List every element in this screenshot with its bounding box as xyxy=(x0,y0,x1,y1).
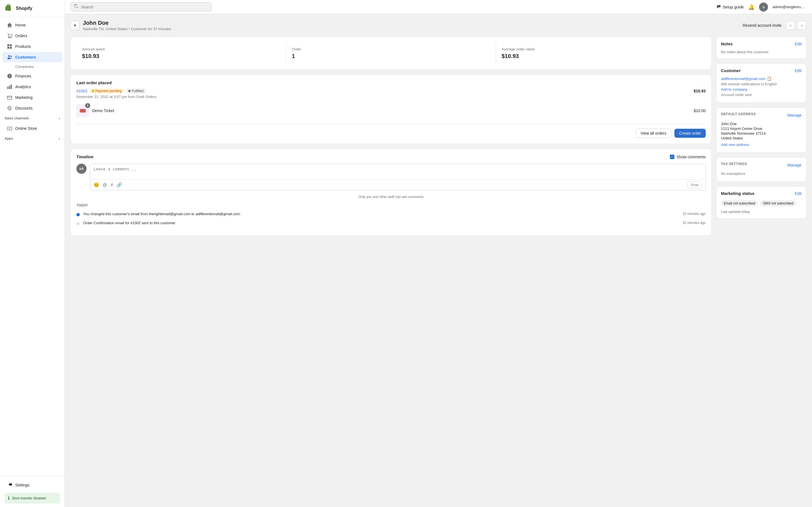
order-actions: View all orders Create order xyxy=(77,124,706,138)
avatar-initials: a xyxy=(762,5,764,9)
next-customer-button[interactable]: › xyxy=(797,21,806,30)
comment-input[interactable] xyxy=(90,164,705,179)
content-grid: Amount spent $10.93 Order 1 Average orde… xyxy=(70,37,806,240)
notes-title: Notes xyxy=(721,41,733,46)
timeline-header: Timeline ✓ Show comments xyxy=(77,154,706,159)
account-invite-status: Account invite sent xyxy=(721,93,802,97)
search-bar[interactable] xyxy=(70,2,211,11)
shopify-name: Shopify xyxy=(16,6,33,11)
sales-channels-label: Sales channels › xyxy=(0,114,64,123)
post-comment-button[interactable]: Post xyxy=(688,181,702,188)
customer-edit-button[interactable]: Edit xyxy=(795,68,802,73)
sidebar-item-customers[interactable]: Customers xyxy=(2,52,62,62)
hashtag-icon[interactable]: # xyxy=(110,182,113,187)
marketing-title: Marketing status xyxy=(721,191,755,196)
copy-email-icon[interactable]: 📋 xyxy=(767,76,772,81)
show-comments-toggle[interactable]: ✓ Show comments xyxy=(670,155,706,159)
payment-pending-badge: Payment pending xyxy=(90,89,124,94)
last-order-title: Last order placed xyxy=(77,80,706,85)
address-manage-button[interactable]: Manage xyxy=(787,113,802,117)
svg-point-4 xyxy=(8,55,10,57)
sidebar-item-home[interactable]: Home xyxy=(2,20,62,30)
customers-icon xyxy=(7,54,12,60)
sidebar-item-settings[interactable]: Settings xyxy=(4,480,60,490)
product-name: Demo Ticket xyxy=(92,108,114,113)
marketing-edit-button[interactable]: Edit xyxy=(795,191,802,196)
notes-empty-text: No notes about this customer xyxy=(721,50,769,54)
search-input[interactable] xyxy=(81,5,208,9)
add-new-address-link[interactable]: Add new address xyxy=(721,143,802,147)
tax-manage-button[interactable]: Manage xyxy=(787,163,802,167)
store-transfer-banner[interactable]: ℹ Store transfer disabled xyxy=(4,493,60,504)
finances-icon xyxy=(7,73,12,79)
resend-account-invite-button[interactable]: Resend account invite xyxy=(743,23,781,27)
avatar[interactable]: a xyxy=(759,3,768,11)
create-order-button[interactable]: Create order xyxy=(674,129,706,138)
customer-card-header: Customer Edit xyxy=(721,68,802,73)
comment-box[interactable]: 😊 @ # 🔗 Post xyxy=(90,164,706,190)
home-icon xyxy=(7,22,12,28)
tax-card-header: TAX SETTINGS Manage xyxy=(721,162,802,168)
notification-bell-icon[interactable]: 🔔 xyxy=(748,4,755,10)
sidebar-item-companies[interactable]: Companies xyxy=(2,63,62,70)
sidebar-item-home-label: Home xyxy=(15,23,26,27)
stats-card: Amount spent $10.93 Order 1 Average orde… xyxy=(70,37,712,70)
sidebar-item-finances[interactable]: Finances xyxy=(2,71,62,81)
topbar: 🏴 Setup guide 🔔 a admin@singlemusic.c... xyxy=(65,0,812,14)
order-amount: $10.93 xyxy=(694,89,706,93)
comment-toolbar: 😊 @ # 🔗 Post xyxy=(90,179,705,190)
setup-guide-btn[interactable]: 🏴 Setup guide xyxy=(716,5,744,9)
sidebar-item-products[interactable]: Products xyxy=(2,41,62,52)
customer-email-link[interactable]: adifferentemail@gmail.com xyxy=(721,76,765,81)
left-column: Amount spent $10.93 Order 1 Average orde… xyxy=(70,37,712,240)
svg-rect-2 xyxy=(7,47,9,49)
sidebar-item-marketing[interactable]: Marketing xyxy=(2,93,62,103)
svg-rect-1 xyxy=(10,44,12,46)
sidebar-item-online-store[interactable]: Online Store xyxy=(2,123,62,133)
marketing-badges: Email not subscribed SMS not subscribed xyxy=(721,199,802,208)
timeline-dot-2 xyxy=(77,222,80,225)
order-id-link[interactable]: #1002 xyxy=(77,89,87,93)
mention-icon[interactable]: @ xyxy=(103,182,107,187)
svg-rect-0 xyxy=(7,44,9,46)
prev-customer-button[interactable]: ‹ xyxy=(786,21,795,30)
sales-channels-chevron[interactable]: › xyxy=(59,116,60,121)
tax-card: TAX SETTINGS Manage No exemptions xyxy=(716,157,806,182)
svg-rect-7 xyxy=(9,86,10,89)
info-icon: ℹ xyxy=(8,496,10,501)
order-count-stat: Order 1 xyxy=(286,43,496,64)
amount-spent-stat: Amount spent $10.93 xyxy=(77,43,286,64)
page-header-left: John Doe Nashville TN, United States • C… xyxy=(70,20,171,31)
sidebar-item-discounts[interactable]: Discounts xyxy=(2,103,62,113)
payment-dot-icon xyxy=(92,90,94,92)
notes-edit-button[interactable]: Edit xyxy=(795,42,802,46)
timeline-dot-1 xyxy=(77,213,80,216)
sidebar-item-customers-label: Customers xyxy=(15,55,36,59)
show-comments-checkbox[interactable]: ✓ xyxy=(670,155,674,159)
tax-section-label: TAX SETTINGS xyxy=(721,162,747,166)
admin-email: admin@singlemusic.c... xyxy=(772,5,806,9)
link-icon[interactable]: 🔗 xyxy=(116,182,122,187)
apps-chevron[interactable]: › xyxy=(59,136,60,141)
address-street: 1111 Airport Center Drive xyxy=(721,126,802,131)
sidebar-footer: Settings ℹ Store transfer disabled xyxy=(0,476,64,507)
fulfilled-dot-icon xyxy=(128,90,131,92)
back-button[interactable] xyxy=(70,21,80,30)
page-title: John Doe xyxy=(83,20,171,26)
timeline-entry-content-1: You changed this customer's email from t… xyxy=(83,212,706,216)
address-card-header: DEFAULT ADDRESS Manage xyxy=(721,112,802,118)
address-city-state: Nashville Tennessee 37214 xyxy=(721,131,802,135)
product-thumbnail: 🎟️ 1 xyxy=(77,105,89,117)
view-all-orders-button[interactable]: View all orders xyxy=(636,128,671,138)
order-count-label: Order xyxy=(292,47,490,51)
emoji-icon[interactable]: 😊 xyxy=(94,182,99,187)
sidebar-item-orders[interactable]: Orders xyxy=(2,31,62,41)
shopify-logo[interactable]: Shopify xyxy=(4,4,33,13)
sidebar-item-products-label: Products xyxy=(15,44,31,49)
topbar-right: 🏴 Setup guide 🔔 a admin@singlemusic.c... xyxy=(716,3,806,11)
sidebar-item-online-store-label: Online Store xyxy=(15,126,37,131)
sidebar-item-analytics[interactable]: Analytics xyxy=(2,82,62,92)
right-sidebar: Notes Edit No notes about this customer … xyxy=(716,37,806,240)
chevron-left-icon: ‹ xyxy=(790,23,792,27)
add-to-company-link[interactable]: Add to company xyxy=(721,87,802,92)
